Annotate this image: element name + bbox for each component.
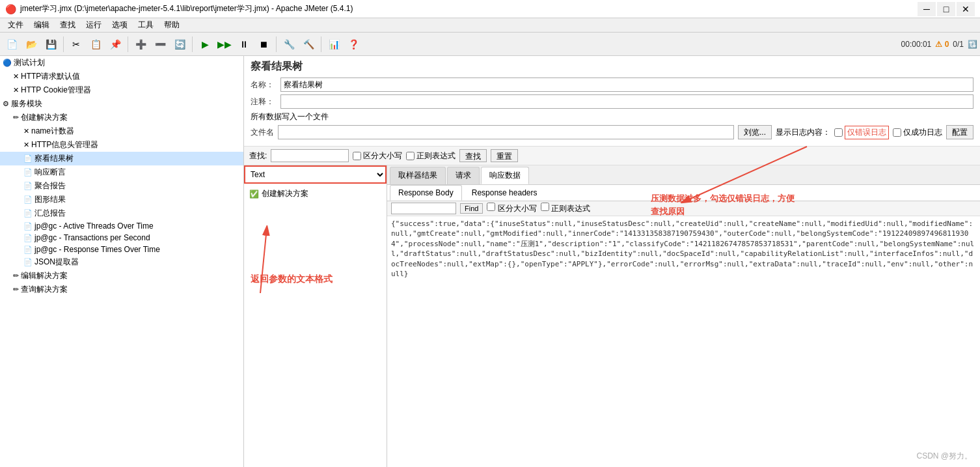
menu-options[interactable]: 选项: [107, 18, 133, 32]
toggle-button[interactable]: 🔄: [170, 35, 189, 53]
sidebar-item-aggregate[interactable]: 📄 聚合报告: [0, 179, 243, 193]
menu-find[interactable]: 查找: [55, 18, 81, 32]
regex-checkbox[interactable]: [406, 152, 415, 160]
timer-display: 00:00:01: [901, 40, 932, 49]
comment-input[interactable]: [280, 94, 973, 109]
pause-button[interactable]: ⏸: [235, 35, 253, 53]
result-tree: ✅ 创建解决方案: [244, 184, 387, 467]
close-button[interactable]: ✕: [957, 2, 975, 16]
assertion-icon: 📄: [23, 168, 33, 177]
sidebar-item-graph[interactable]: 📄 图形结果: [0, 193, 243, 206]
sidebar-item-tps[interactable]: 📄 jp@gc - Transactions per Second: [0, 232, 243, 244]
panel-title: 察看结果树: [251, 60, 973, 74]
resp-tab-headers[interactable]: Response headers: [463, 185, 546, 201]
edit-folder-icon: ✏: [13, 272, 19, 280]
regex-option[interactable]: 正则表达式: [406, 150, 456, 162]
resp-tab-body[interactable]: Response Body: [390, 185, 462, 201]
right-panel: 取样器结果 请求 响应数据 Response Body Response hea…: [387, 165, 980, 467]
left-panel: Text JSON XML HTML ✅ 创建解决方案: [244, 165, 387, 467]
sidebar-item-name-counter[interactable]: ✕ name计数器: [0, 124, 243, 138]
find-bar: Find 区分大小写 正则表达式: [387, 201, 980, 216]
remote-start-button[interactable]: 🔧: [280, 35, 298, 53]
sidebar-item-json-extractor[interactable]: 📄 JSON提取器: [0, 255, 243, 269]
find-btn[interactable]: Find: [460, 203, 483, 214]
stop-button[interactable]: ⏹: [254, 35, 273, 53]
find-case-option[interactable]: 区分大小写: [487, 203, 536, 214]
search-label: 查找:: [249, 150, 267, 162]
config-button[interactable]: 配置: [946, 125, 973, 139]
find-input[interactable]: [391, 203, 456, 214]
response-tabs: Response Body Response headers: [387, 185, 980, 201]
tab-request[interactable]: 请求: [447, 167, 480, 184]
error-log-checkbox[interactable]: [834, 128, 843, 137]
maximize-button[interactable]: □: [937, 2, 955, 16]
menu-bar: 文件 编辑 查找 运行 选项 工具 帮助: [0, 18, 980, 33]
sidebar-item-query-solution[interactable]: ✏ 查询解决方案: [0, 283, 243, 296]
search-input[interactable]: [271, 149, 349, 162]
split-view: Text JSON XML HTML ✅ 创建解决方案: [244, 165, 980, 467]
response-body: {"success":true,"data":{"inuseStatus":nu…: [387, 216, 980, 467]
collapse-button[interactable]: ➖: [151, 35, 169, 53]
sidebar-item-summary[interactable]: 📄 汇总报告: [0, 206, 243, 220]
open-button[interactable]: 📂: [22, 35, 40, 53]
success-log-checkbox[interactable]: [893, 128, 901, 137]
find-case-checkbox[interactable]: [487, 203, 495, 211]
reset-button[interactable]: 重置: [491, 149, 518, 162]
case-sensitive-checkbox[interactable]: [353, 152, 361, 160]
sidebar-item-response-times[interactable]: 📄 jp@gc - Response Times Over Time: [0, 244, 243, 255]
menu-tools[interactable]: 工具: [133, 18, 159, 32]
title-text: jmeter学习.jmx (D:\jmeter\apache-jmeter-5.…: [20, 3, 353, 14]
sidebar-item-http-default[interactable]: ✕ HTTP请求默认值: [0, 70, 243, 83]
app-icon: 🔴: [5, 4, 16, 14]
sidebar-item-edit-solution[interactable]: ✏ 编辑解决方案: [0, 269, 243, 283]
menu-run[interactable]: 运行: [81, 18, 107, 32]
result-tree-icon: 📄: [23, 154, 33, 163]
minimize-button[interactable]: ─: [918, 2, 936, 16]
find-regex-checkbox[interactable]: [541, 203, 549, 211]
tab-response-data[interactable]: 响应数据: [481, 167, 529, 184]
graph-icon: 📄: [23, 195, 33, 204]
copy-button[interactable]: 📋: [87, 35, 105, 53]
case-sensitive-option[interactable]: 区分大小写: [353, 150, 402, 162]
response-times-icon: 📄: [23, 246, 33, 254]
start-no-pause-button[interactable]: ▶▶: [215, 35, 234, 53]
start-button[interactable]: ▶: [196, 35, 214, 53]
find-button[interactable]: 查找: [459, 149, 487, 162]
cut-button[interactable]: ✂: [67, 35, 85, 53]
name-input[interactable]: [280, 78, 973, 92]
sidebar-item-active-threads[interactable]: 📄 jp@gc - Active Threads Over Time: [0, 220, 243, 232]
display-label: 显示日志内容：: [776, 127, 830, 138]
sidebar-item-service-module[interactable]: ⚙ 服务模块: [0, 97, 243, 111]
sidebar-item-http-header[interactable]: ✕ HTTP信息头管理器: [0, 138, 243, 152]
browse-button[interactable]: 刘览...: [738, 125, 772, 139]
sidebar-item-create-solution[interactable]: ✏ 创建解决方案: [0, 111, 243, 124]
tps-icon: 📄: [23, 234, 33, 242]
file-input[interactable]: [278, 125, 734, 139]
title-bar: 🔴 jmeter学习.jmx (D:\jmeter\apache-jmeter-…: [0, 0, 980, 18]
success-log-option[interactable]: 仅成功日志: [893, 127, 942, 138]
format-dropdown[interactable]: Text JSON XML HTML: [244, 165, 387, 184]
sidebar-item-cookie-manager[interactable]: ✕ HTTP Cookie管理器: [0, 83, 243, 97]
help-button[interactable]: ❓: [344, 35, 362, 53]
sidebar-item-result-tree[interactable]: 📄 察看结果树: [0, 152, 243, 165]
new-button[interactable]: 📄: [3, 35, 21, 53]
paste-button[interactable]: 📌: [106, 35, 124, 53]
file-section-label: 所有数据写入一个文件: [251, 111, 329, 122]
result-label: 创建解决方案: [262, 188, 308, 199]
save-button[interactable]: 💾: [42, 35, 60, 53]
find-regex-option[interactable]: 正则表达式: [541, 203, 590, 214]
sidebar-item-test-plan[interactable]: 🔵 测试计划: [0, 56, 243, 70]
create-folder-icon: ✏: [13, 113, 19, 122]
remote-stop-button[interactable]: 🔨: [299, 35, 318, 53]
menu-file[interactable]: 文件: [3, 18, 29, 32]
error-log-option[interactable]: 仅错误日志: [834, 126, 889, 139]
result-item[interactable]: ✅ 创建解决方案: [247, 186, 384, 201]
counter-icon: ✕: [23, 127, 29, 135]
menu-help[interactable]: 帮助: [159, 18, 185, 32]
expand-button[interactable]: ➕: [131, 35, 150, 53]
content-area: 察看结果树 名称： 注释： 所有数据写入一个文件 文件名 刘览... 显示日志内: [244, 56, 980, 467]
tab-sampler-result[interactable]: 取样器结果: [390, 167, 446, 184]
sidebar-item-assertion[interactable]: 📄 响应断言: [0, 165, 243, 179]
template-button[interactable]: 📊: [325, 35, 343, 53]
menu-edit[interactable]: 编辑: [29, 18, 55, 32]
